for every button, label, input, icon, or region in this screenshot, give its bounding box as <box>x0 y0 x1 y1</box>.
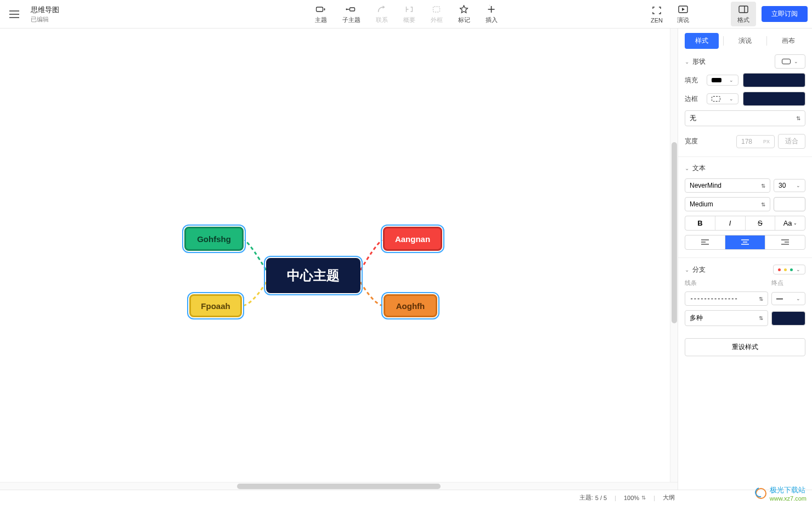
bold-button[interactable]: B <box>685 216 715 230</box>
topic-button[interactable]: 主题 <box>307 2 335 26</box>
title-block: 思维导图 已编辑 <box>31 5 59 24</box>
center-node[interactable]: 中心主题 <box>266 258 360 293</box>
tab-canvas[interactable]: 画布 <box>771 33 805 49</box>
summary-icon <box>405 4 414 15</box>
watermark-icon <box>755 488 766 499</box>
align-right-button[interactable] <box>765 235 805 249</box>
svg-rect-0 <box>317 7 323 12</box>
present-button[interactable]: 演说 <box>670 2 696 26</box>
text-section-label: 文本 <box>692 164 706 173</box>
toolbar-right: ZEN 演说 格式 立即订阅 — ☐ ✕ <box>644 2 808 26</box>
reset-style-button[interactable]: 重设样式 <box>685 338 805 356</box>
menu-button[interactable] <box>0 10 29 18</box>
relation-icon <box>377 4 386 15</box>
svg-rect-3 <box>433 7 440 12</box>
width-input[interactable]: 178PX <box>736 135 775 148</box>
branch-color-mode-select[interactable]: 多种⇅ <box>685 310 768 326</box>
line-style-select[interactable]: --------------⇅ <box>685 291 768 306</box>
tab-style[interactable]: 样式 <box>685 33 719 49</box>
panel-icon <box>738 4 748 15</box>
chevron-down-icon: ⌄ <box>685 59 689 65</box>
svg-rect-1 <box>349 8 354 11</box>
align-left-button[interactable] <box>685 235 725 249</box>
topic-count: 主题: 5 / 5 <box>579 493 607 502</box>
format-panel: 样式 演说 画布 ⌄形状 ⌄ 填充 ⌄ 边框 ⌄ 无⇅ <box>678 29 812 490</box>
endpoint-select[interactable]: —⌄ <box>771 292 805 305</box>
text-style-group: B I S Aa⌄ <box>685 216 805 231</box>
node-top-left[interactable]: Gohfshg <box>184 227 244 251</box>
chevron-down-icon: ⌄ <box>685 165 689 171</box>
font-weight-select[interactable]: Medium⇅ <box>685 197 770 211</box>
watermark: 极光下载站 www.xz7.com <box>755 485 807 502</box>
branch-color-dots[interactable]: ⌄ <box>773 265 805 274</box>
fill-label: 填充 <box>685 76 707 85</box>
zen-button[interactable]: ZEN <box>644 3 669 26</box>
fullscreen-icon <box>652 5 661 16</box>
titlebar: 思维导图 已编辑 主题 子主题 联系 概要 外框 标记 插入 <box>0 0 812 29</box>
watermark-url: www.xz7.com <box>770 495 807 502</box>
dashed-border-icon <box>712 96 720 102</box>
font-family-select[interactable]: NeverMind⇅ <box>685 178 770 193</box>
statusbar: 主题: 5 / 5 | 100% ⇅ | 大纲 <box>0 490 812 505</box>
plus-icon <box>487 4 496 15</box>
subscribe-button[interactable]: 立即订阅 <box>762 6 808 22</box>
zoom-control[interactable]: 100% ⇅ <box>624 495 646 501</box>
yellow-dot-icon <box>784 268 787 271</box>
play-icon <box>678 4 688 15</box>
document-status: 已编辑 <box>31 15 59 24</box>
fit-width-button[interactable]: 适合 <box>778 134 805 149</box>
border-color-swatch[interactable] <box>743 92 805 106</box>
boundary-icon <box>432 4 441 15</box>
branch-color-swatch[interactable] <box>771 311 805 326</box>
italic-button[interactable]: I <box>715 216 746 230</box>
align-center-button[interactable] <box>725 235 765 249</box>
topic-icon <box>316 4 326 15</box>
shape-section-label: 形状 <box>692 57 706 66</box>
branch-section-label: 分支 <box>692 265 706 274</box>
document-title: 思维导图 <box>31 5 59 15</box>
border-width-select[interactable]: 无⇅ <box>685 110 805 126</box>
fill-color-swatch[interactable] <box>743 73 805 87</box>
rounded-rect-icon <box>782 59 791 64</box>
border-style-select[interactable]: ⌄ <box>707 93 738 104</box>
outline-button[interactable]: 大纲 <box>663 493 675 502</box>
solid-fill-icon <box>712 78 721 82</box>
shape-picker[interactable]: ⌄ <box>775 54 805 69</box>
horizontal-scrollbar[interactable] <box>0 482 678 490</box>
toolbar-center: 主题 子主题 联系 概要 外框 标记 插入 <box>307 2 505 26</box>
caret-icon: ⌄ <box>794 59 798 64</box>
case-button[interactable]: Aa⌄ <box>775 216 805 230</box>
endpoint-label: 终点 <box>771 279 805 287</box>
marker-button[interactable]: 标记 <box>450 2 478 26</box>
format-button[interactable]: 格式 <box>731 2 756 26</box>
green-dot-icon <box>790 268 793 271</box>
canvas[interactable]: 中心主题 Gohfshg Aangnan Fpoaah Aoghfh <box>0 29 678 490</box>
boundary-button: 外框 <box>423 2 450 26</box>
tab-present[interactable]: 演说 <box>728 33 762 49</box>
strike-button[interactable]: S <box>746 216 776 230</box>
text-align-group <box>685 235 805 250</box>
text-color-swatch[interactable] <box>774 197 805 211</box>
width-label: 宽度 <box>685 137 707 146</box>
summary-button: 概要 <box>396 2 423 26</box>
node-top-right[interactable]: Aangnan <box>383 227 442 251</box>
vertical-scrollbar[interactable] <box>670 29 678 482</box>
svg-rect-5 <box>739 6 748 13</box>
red-dot-icon <box>778 268 781 271</box>
svg-point-2 <box>346 9 347 10</box>
panel-tabs: 样式 演说 画布 <box>685 33 805 49</box>
font-size-select[interactable]: 30⌄ <box>774 179 805 192</box>
fill-style-select[interactable]: ⌄ <box>707 75 738 86</box>
relation-button: 联系 <box>368 2 396 26</box>
chevron-down-icon: ⌄ <box>685 267 689 273</box>
line-label: 线条 <box>685 279 771 287</box>
border-label: 边框 <box>685 94 707 104</box>
node-bottom-left[interactable]: Fpoaah <box>189 294 242 317</box>
star-icon <box>460 4 469 15</box>
subtopic-icon <box>346 4 357 15</box>
subtopic-button[interactable]: 子主题 <box>335 2 368 26</box>
insert-button[interactable]: 插入 <box>478 2 505 26</box>
node-bottom-right[interactable]: Aoghfh <box>384 294 437 317</box>
watermark-brand: 极光下载站 <box>770 485 807 495</box>
